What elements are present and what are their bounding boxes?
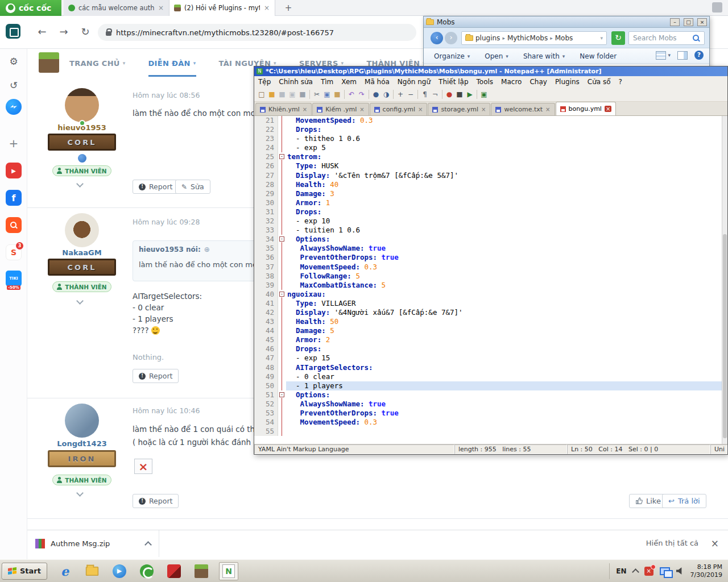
chevron-up-icon[interactable] — [632, 568, 639, 576]
editor-line[interactable]: 32 - exp 10 — [254, 217, 727, 226]
editor-line[interactable]: 47 - exp 15 — [254, 354, 727, 363]
editor-line[interactable]: 39 MaxCombatDistance: 5 — [254, 281, 727, 290]
fold-collapse-icon[interactable]: - — [279, 392, 284, 397]
menu-macro[interactable]: Macro — [497, 77, 526, 86]
command-share-with[interactable]: Share with — [523, 52, 565, 60]
post-username[interactable]: NakaaGM — [48, 248, 116, 257]
new-tab-button[interactable] — [283, 3, 293, 13]
command-new-folder[interactable]: New folder — [580, 52, 617, 60]
editor-line[interactable]: 29 Damage: 3 — [254, 189, 727, 198]
browser-menu-button[interactable] — [712, 2, 722, 13]
download-expand-icon[interactable] — [144, 541, 152, 548]
save-icon[interactable]: ■ — [277, 89, 287, 99]
explorer-search-input[interactable]: Search Mobs — [628, 31, 705, 45]
explorer-forward-icon[interactable] — [445, 32, 457, 44]
tiki-icon[interactable]: TIKI -50% — [6, 271, 22, 286]
like-button[interactable]: Like — [629, 494, 667, 508]
avatar[interactable] — [65, 88, 99, 122]
add-shortcut-icon[interactable] — [6, 135, 22, 151]
editor-line[interactable]: 23 - thitheo 1 0.6 — [254, 134, 727, 143]
post-timestamp[interactable]: Hôm nay lúc 08:56 — [133, 91, 200, 99]
record-macro-icon[interactable]: ● — [444, 89, 454, 99]
editor-line[interactable]: 54 MovementSpeed: 0.3 — [254, 418, 727, 427]
avatar[interactable] — [65, 213, 99, 247]
address-breadcrumb[interactable]: pluginsMythicMobsMobs — [461, 31, 607, 45]
npp-tab-ki-m-yml[interactable]: Kiếm .yml — [312, 103, 369, 115]
minecraft-icon[interactable] — [192, 562, 211, 580]
game-app-icon[interactable] — [164, 562, 184, 580]
edit-button[interactable]: Sửa — [175, 180, 210, 194]
editor-line[interactable]: 48 AITargetSelectors: — [254, 363, 727, 372]
editor-line[interactable]: 49 - 0 clear — [254, 372, 727, 381]
editor-line[interactable]: 38 FollowRange: 5 — [254, 272, 727, 281]
save-all-icon[interactable]: ▣ — [287, 89, 297, 99]
monitor-icon[interactable]: ▣ — [479, 89, 489, 99]
shopee-icon[interactable]: 3 — [6, 244, 22, 260]
play-macro-icon[interactable]: ▶ — [465, 89, 475, 99]
menu-thi-t-l-p[interactable]: Thiết lập — [435, 77, 472, 86]
menu-ch-y[interactable]: Chạy — [526, 77, 551, 86]
menu-t-p[interactable]: Tệp — [254, 77, 275, 86]
editor-line[interactable]: 37 MovementSpeed: 0.3 — [254, 263, 727, 272]
tab-close-icon[interactable] — [158, 4, 164, 12]
breadcrumb-item[interactable]: plugins — [475, 34, 500, 42]
quote-author[interactable]: hieuvo1953 nói: — [139, 246, 201, 253]
editor-line[interactable]: 44 Damage: 5 — [254, 326, 727, 335]
reload-icon[interactable] — [78, 26, 92, 38]
command-open[interactable]: Open — [485, 52, 508, 60]
explorer-titlebar[interactable]: Mobs — [424, 16, 709, 28]
npp-tab-bongu-yml[interactable]: bongu.yml — [556, 102, 617, 115]
editor-line[interactable]: 22 Drops: — [254, 125, 727, 134]
preview-pane-icon[interactable] — [677, 51, 688, 60]
editor-line[interactable]: 53 PreventOtherDrops: true — [254, 409, 727, 418]
taskbar-clock[interactable]: 8:18 PM 7/30/2019 — [690, 563, 722, 579]
menu-ng-n-ng[interactable]: Ngôn ngữ — [394, 77, 435, 86]
zoom-out-icon[interactable]: − — [406, 89, 416, 99]
avatar[interactable] — [65, 404, 99, 438]
minimize-button[interactable] — [670, 18, 680, 26]
editor-line[interactable]: 46 Drops: — [254, 344, 727, 354]
menu-item[interactable]: ? — [615, 77, 626, 86]
youtube-icon[interactable] — [6, 163, 22, 178]
show-all-downloads-link[interactable]: Hiển thị tất cả — [646, 539, 698, 547]
editor-line[interactable]: 51- Options: — [254, 390, 727, 400]
editor-line[interactable]: 31 Drops: — [254, 207, 727, 217]
editor-line[interactable]: 30 Armor: 1 — [254, 198, 727, 207]
show-symbols-icon[interactable]: ¬ — [430, 89, 440, 99]
editor-line[interactable]: 36 PreventOtherDrops: true — [254, 253, 727, 262]
menu-plugins[interactable]: Plugins — [551, 77, 584, 86]
editor-line[interactable]: 26 Type: HUSK — [254, 161, 727, 171]
editor-line[interactable]: 34- Options: — [254, 235, 727, 244]
nav-item-di-n-n[interactable]: DIỄN ĐÀN — [148, 49, 196, 77]
back-icon[interactable] — [35, 26, 49, 38]
coccoc-taskbar-icon[interactable] — [137, 562, 156, 580]
messenger-icon[interactable] — [6, 99, 22, 115]
editor-line[interactable]: 43 Health: 50 — [254, 317, 727, 326]
fold-collapse-icon[interactable]: - — [279, 154, 284, 159]
editor-line[interactable]: 21 MovementSpeed: 0.3 — [254, 116, 727, 125]
menu-m-h-a[interactable]: Mã hóa — [361, 77, 394, 86]
help-icon[interactable] — [694, 51, 704, 60]
post-timestamp[interactable]: Hôm nay lúc 09:28 — [133, 218, 200, 226]
close-button[interactable] — [697, 18, 707, 26]
editor-line[interactable]: 33 - tuitien 1 0.6 — [254, 226, 727, 235]
explorer-back-icon[interactable] — [431, 32, 443, 44]
open-file-icon[interactable]: ■ — [267, 89, 277, 99]
browser-tab[interactable]: (2) Hỏi về Plugins - mythicmo — [169, 0, 275, 16]
site-logo-icon[interactable] — [39, 52, 59, 73]
npp-editor[interactable]: 21 MovementSpeed: 0.322 Drops:23 - thith… — [254, 116, 727, 445]
copy-icon[interactable]: ▣ — [322, 89, 332, 99]
language-indicator[interactable]: EN — [616, 567, 626, 575]
search-shortcut-icon[interactable] — [6, 217, 22, 233]
npp-tab-config-yml[interactable]: config.yml — [370, 103, 428, 115]
command-organize[interactable]: Organize — [434, 52, 470, 60]
word-wrap-icon[interactable]: ¶ — [420, 89, 430, 99]
maximize-button[interactable] — [684, 18, 693, 26]
npp-tab-storage-yml[interactable]: storage.yml — [428, 103, 490, 115]
undo-icon[interactable]: ↶ — [346, 89, 357, 99]
nav-item-trang-ch[interactable]: TRANG CHỦ — [69, 49, 126, 77]
editor-line[interactable]: 50 - 1 players — [254, 381, 727, 390]
tab-close-icon[interactable] — [303, 106, 307, 113]
editor-scrollbar[interactable] — [722, 116, 727, 445]
zoom-in-icon[interactable]: + — [395, 89, 406, 99]
